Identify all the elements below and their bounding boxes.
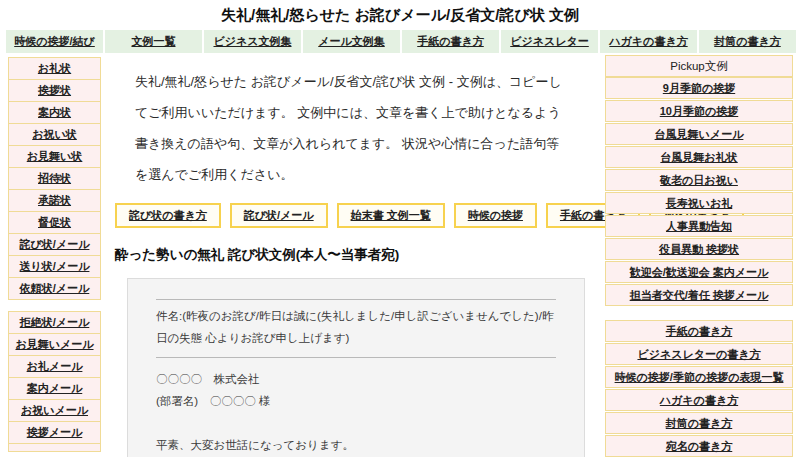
pickup-list: 9月季節の挨拶10月季節の挨拶台風見舞いメール台風見舞お礼状敬老の日お祝い長寿祝… (605, 77, 793, 306)
howto-item-label: ハガキの書き方 (660, 393, 738, 408)
howto-item[interactable]: 宛名の書き方 (605, 435, 793, 457)
howto-item-label: 封筒の書き方 (666, 416, 733, 431)
top-nav-item-label: ハガキの書き方 (609, 34, 687, 49)
pickup-header-label: Pickup文例 (670, 59, 728, 74)
sidebar-item-label: 挨拶メール (27, 425, 83, 440)
intro-text: 失礼/無礼/怒らせた お詫びメール/反省文/詫び状 文例 - 文例は、コピーして… (112, 58, 574, 190)
letter-example-box: 件名:(昨夜のお詫び/昨日は誠に(失礼しました/申し訳ございませんでした)/昨日… (127, 278, 585, 457)
top-nav-item[interactable]: ビジネスレター (501, 30, 598, 53)
left-sidebar-group-mails: 拒絶状/メールお見舞いメールお礼メール案内メールお祝いメール挨拶メール (8, 311, 101, 444)
top-nav-item-label: 文例一覧 (132, 34, 176, 49)
quick-link-button[interactable]: 詫び状の書き方 (115, 203, 221, 228)
howto-item[interactable]: 手紙の書き方 (605, 320, 793, 342)
pickup-item[interactable]: 台風見舞いメール (605, 123, 793, 145)
pickup-item-label: 長寿祝いお礼 (666, 196, 733, 211)
top-nav-item-label: 手紙の書き方 (417, 34, 484, 49)
sidebar-item-label: お礼状 (38, 61, 71, 76)
sidebar-item[interactable]: 詫び状/メール (8, 233, 101, 256)
pickup-item-label: 人事異動告知 (666, 219, 732, 234)
sidebar-item[interactable]: 依頼状/メール (8, 277, 101, 300)
howto-group: 手紙の書き方ビジネスレターの書き方時候の挨拶/季節の挨拶の表現一覧ハガキの書き方… (605, 320, 793, 457)
top-nav-item-label: メール文例集 (318, 34, 385, 49)
sidebar-item-label: 送り状/メール (20, 259, 90, 274)
pickup-item[interactable]: 長寿祝いお礼 (605, 192, 793, 214)
quick-link-button-label: 始末書 文例一覧 (351, 208, 431, 223)
pickup-item-label: 役員異動 挨拶状 (659, 242, 739, 257)
howto-item[interactable]: ビジネスレターの書き方 (605, 343, 793, 365)
pickup-item[interactable]: 敬老の日お祝い (605, 169, 793, 191)
pickup-item-label: 担当者交代/着任 挨拶メール (630, 288, 769, 303)
pickup-item[interactable]: 10月季節の挨拶 (605, 100, 793, 122)
letter-body: 〇〇〇〇 株式会社(部署名) 〇〇〇〇 様平素、大変お世話になっております。株式… (156, 358, 556, 457)
sidebar-item[interactable]: お礼メール (8, 355, 101, 378)
pickup-item[interactable]: 歓迎会/歓送迎会 案内メール (605, 261, 793, 283)
sidebar-item-label: 督促状 (38, 215, 71, 230)
sidebar-item[interactable]: お見舞い状 (8, 145, 101, 168)
howto-item-label: ビジネスレターの書き方 (637, 347, 760, 362)
sidebar-item[interactable]: 挨拶状 (8, 79, 101, 102)
howto-item-label: 手紙の書き方 (666, 324, 733, 339)
sidebar-item[interactable]: 案内状 (8, 101, 101, 124)
sidebar-item[interactable]: お見舞いメール (8, 333, 101, 356)
pickup-item-label: 敬老の日お祝い (660, 173, 738, 188)
quick-link-button[interactable]: 時候の挨拶 (454, 203, 537, 228)
howto-item[interactable]: 時候の挨拶/季節の挨拶の表現一覧 (605, 366, 793, 388)
sidebar-item-label: お見舞い状 (27, 149, 83, 164)
sidebar-item-label: 拒絶状/メール (20, 315, 90, 330)
quick-link-button[interactable]: 始末書 文例一覧 (337, 203, 445, 228)
pickup-item[interactable]: 担当者交代/着任 挨拶メール (605, 284, 793, 306)
sidebar-item-label: 案内状 (38, 105, 71, 120)
top-nav-item-label: ビジネス文例集 (213, 34, 291, 49)
sidebar-item[interactable]: 督促状 (8, 211, 101, 234)
sidebar-item[interactable]: 承諾状 (8, 189, 101, 212)
top-nav-item-label: ビジネスレター (510, 34, 589, 49)
top-nav-item[interactable]: 文例一覧 (105, 30, 202, 53)
pickup-group: Pickup文例 9月季節の挨拶10月季節の挨拶台風見舞いメール台風見舞お礼状敬… (605, 55, 793, 306)
pickup-item-label: 台風見舞お礼状 (660, 150, 737, 165)
left-sidebar: お礼状挨拶状案内状お祝い状お見舞い状招待状承諾状督促状詫び状/メール送り状/メー… (8, 57, 101, 452)
pickup-item-label: 台風見舞いメール (655, 127, 744, 142)
howto-item-label: 宛名の書き方 (666, 439, 733, 454)
sidebar-item-label: お祝いメール (21, 403, 88, 418)
sidebar-item-label: 詫び状/メール (20, 237, 90, 252)
sidebar-item[interactable]: 拒絶状/メール (8, 311, 101, 334)
main-content: 失礼/無礼/怒らせた お詫びメール/反省文/詫び状 文例 - 文例は、コピーして… (112, 58, 590, 457)
top-nav-item[interactable]: ビジネス文例集 (204, 30, 301, 53)
letter-subject: 件名:(昨夜のお詫び/昨日は誠に(失礼しました/申し訳ございませんでした)/昨日… (156, 300, 556, 357)
left-sidebar-group-letters: お礼状挨拶状案内状お祝い状お見舞い状招待状承諾状督促状詫び状/メール送り状/メー… (8, 57, 101, 300)
pickup-item[interactable]: 人事異動告知 (605, 215, 793, 237)
quick-link-button[interactable]: 詫び状/メール (230, 203, 328, 228)
top-nav-item[interactable]: メール文例集 (303, 30, 400, 53)
quick-link-button-label: 詫び状の書き方 (129, 208, 207, 223)
sidebar-item[interactable]: 招待状 (8, 167, 101, 190)
howto-item[interactable]: ハガキの書き方 (605, 389, 793, 411)
page-title: 失礼/無礼/怒らせた お詫びメール/反省文/詫び状 文例 (0, 6, 800, 25)
top-nav-item[interactable]: ハガキの書き方 (600, 30, 697, 53)
top-nav-item[interactable]: 手紙の書き方 (402, 30, 499, 53)
sidebar-item-label: お見舞いメール (15, 337, 93, 352)
sidebar-item[interactable]: お祝い状 (8, 123, 101, 146)
sidebar-item[interactable]: 送り状/メール (8, 255, 101, 278)
quick-links-row: 詫び状の書き方詫び状/メール始末書 文例一覧時候の挨拶手紙の書き方宛名の書き方 (115, 203, 590, 228)
letter-line (156, 412, 556, 434)
quick-link-button-label: 詫び状/メール (244, 208, 314, 223)
top-nav: 時候の挨拶/結び文例一覧ビジネス文例集メール文例集手紙の書き方ビジネスレターハガ… (6, 30, 796, 53)
top-nav-item[interactable]: 時候の挨拶/結び (6, 30, 103, 53)
pickup-item[interactable]: 役員異動 挨拶状 (605, 238, 793, 260)
sidebar-item[interactable]: お祝いメール (8, 399, 101, 422)
letter-line: 平素、大変お世話になっております。 (156, 434, 556, 456)
sidebar-item[interactable]: お礼状 (8, 57, 101, 80)
pickup-item[interactable]: 台風見舞お礼状 (605, 146, 793, 168)
sidebar-item-label: 依頼状/メール (20, 281, 90, 296)
page: 失礼/無礼/怒らせた お詫びメール/反省文/詫び状 文例 時候の挨拶/結び文例一… (0, 0, 800, 457)
sidebar-item[interactable]: 挨拶メール (8, 421, 101, 444)
sidebar-item[interactable]: 案内メール (8, 377, 101, 400)
top-nav-item[interactable]: 封筒の書き方 (699, 30, 796, 53)
pickup-item[interactable]: 9月季節の挨拶 (605, 77, 793, 99)
top-nav-item-label: 封筒の書き方 (714, 34, 781, 49)
letter-line: (部署名) 〇〇〇〇 様 (156, 390, 556, 412)
sidebar-item-partial (8, 443, 101, 452)
top-nav-item-label: 時候の挨拶/結び (14, 34, 95, 49)
howto-item[interactable]: 封筒の書き方 (605, 412, 793, 434)
sidebar-item-label: お礼メール (27, 359, 83, 374)
